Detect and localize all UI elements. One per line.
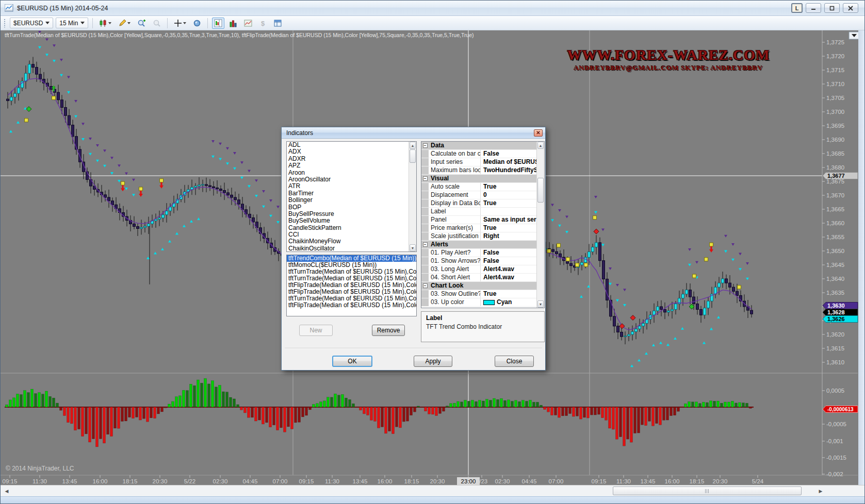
property-section-row[interactable]: −Data <box>421 142 544 150</box>
indicator-list-item[interactable]: BOP <box>287 204 416 211</box>
property-row[interactable]: Scale justificationRight <box>421 232 544 241</box>
property-row[interactable]: Maximum bars look bTwoHundredFiftySix <box>421 166 544 175</box>
indicator-list-item[interactable]: AroonOscillator <box>287 176 416 183</box>
new-button[interactable]: New <box>299 325 333 336</box>
configured-indicators-list[interactable]: tftTrendCombo(Median of $EURUSD (15 Min)… <box>286 255 417 316</box>
indicator-list-item[interactable]: BuySellVolume <box>287 217 416 224</box>
indicator-list-item[interactable]: tftFlipTrade(Median of $EURUSD (15 Min),… <box>287 289 416 295</box>
property-row[interactable]: 01. Play Alert?False <box>421 249 544 257</box>
property-row[interactable]: 03. Show Outline?True <box>421 290 544 298</box>
indicator-list-item[interactable]: tftTurnTrade(Median of $EURUSD (15 Min),… <box>287 268 416 275</box>
scroll-down-icon[interactable]: ▼ <box>537 300 544 308</box>
indicator-list-item[interactable]: Bollinger <box>287 197 416 204</box>
property-row[interactable]: PanelSame as input series <box>421 216 544 224</box>
property-value[interactable]: Right <box>481 232 544 240</box>
indicator-list-item[interactable]: tftTurnTrade(Median of $EURUSD (15 Min),… <box>287 275 416 282</box>
indicator-list-item[interactable]: ADXR <box>287 156 416 162</box>
scroll-thumb[interactable] <box>537 178 544 203</box>
scroll-left-icon[interactable]: ◀ <box>3 487 11 495</box>
property-row[interactable]: 03. Up colorCyan <box>421 298 544 307</box>
magnify-window-button[interactable] <box>191 18 203 29</box>
property-value[interactable] <box>481 208 544 215</box>
indicator-list-item[interactable]: ChaikinOscillator <box>287 245 416 252</box>
close-button[interactable] <box>843 3 858 13</box>
dialog-close-button[interactable]: ✕ <box>534 129 543 137</box>
property-row[interactable]: Calculate on bar closFalse <box>421 150 544 158</box>
zoom-in-button[interactable] <box>135 18 148 29</box>
window-titlebar[interactable]: $EURUSD (15 Min) 2014-05-24 L <box>1 1 864 16</box>
property-value[interactable]: False <box>481 150 544 158</box>
indicator-list-item[interactable]: BarTimer <box>287 190 416 197</box>
indicator-list-item[interactable]: ADX <box>287 148 416 155</box>
property-value[interactable]: Same as input series <box>481 216 544 224</box>
property-row[interactable]: 01. Show Arrows?False <box>421 257 544 265</box>
scroll-down-icon[interactable]: ▼ <box>410 244 416 251</box>
indicator-list-item[interactable]: ATR <box>287 183 416 190</box>
indicator-list-item[interactable]: ChaikinMoneyFlow <box>287 238 416 245</box>
scroll-up-icon[interactable]: ▲ <box>410 142 416 149</box>
scroll-thumb[interactable] <box>613 486 802 495</box>
toolbar-grip[interactable] <box>4 19 6 28</box>
data-grid-button[interactable] <box>272 18 284 29</box>
property-row[interactable]: Input seriesMedian of $EURUSD <box>421 158 544 166</box>
property-section-row[interactable]: −Alerts <box>421 241 544 249</box>
collapse-icon[interactable]: − <box>423 242 428 247</box>
indicator-list-item[interactable]: CCI <box>287 231 416 238</box>
property-value[interactable]: False <box>481 249 544 257</box>
available-indicators-list[interactable]: ADLADXADXRAPZAroonAroonOscillatorATRBarT… <box>286 141 417 252</box>
remove-button[interactable]: Remove <box>372 325 405 336</box>
property-row[interactable]: Price marker(s)True <box>421 224 544 232</box>
interval-selector[interactable]: 15 Min <box>56 18 88 28</box>
collapse-icon[interactable]: − <box>423 283 428 288</box>
dialog-titlebar[interactable]: Indicators ✕ <box>282 127 545 139</box>
collapse-icon[interactable]: − <box>423 143 428 148</box>
close-dialog-button[interactable]: Close <box>495 356 534 367</box>
property-value[interactable]: Alert4.wav <box>481 274 544 281</box>
chart-style-button[interactable] <box>97 18 113 29</box>
instrument-selector[interactable]: $EURUSD <box>10 18 53 28</box>
indicator-list-item[interactable]: BuySellPressure <box>287 211 416 217</box>
grid-scrollbar[interactable]: ▲ ▼ <box>536 142 544 308</box>
instrument-link-button[interactable]: L <box>791 3 803 13</box>
property-row[interactable]: Label <box>421 208 544 216</box>
indicator-list-item[interactable]: CandleStickPattern <box>287 225 416 231</box>
property-section-row[interactable]: −Visual <box>421 175 544 183</box>
scroll-right-icon[interactable]: ▶ <box>817 487 825 495</box>
cursor-crosshair-button[interactable] <box>172 18 188 29</box>
list-scrollbar[interactable]: ▲ ▼ <box>409 142 416 251</box>
currency-button[interactable]: $ <box>257 18 269 29</box>
property-row[interactable]: Display in Data BoxTrue <box>421 199 544 208</box>
ok-button[interactable]: OK <box>332 356 372 367</box>
property-value[interactable]: Median of $EURUSD <box>481 158 544 166</box>
drawing-tools-button[interactable] <box>116 18 133 29</box>
minimize-button[interactable] <box>806 3 821 13</box>
property-value[interactable]: True <box>481 290 544 298</box>
property-value[interactable]: True <box>481 199 544 207</box>
scroll-thumb[interactable] <box>410 149 416 163</box>
line-chart-button[interactable] <box>242 18 254 29</box>
maximize-button[interactable] <box>824 3 840 13</box>
indicator-list-item[interactable]: tftFlipTrade(Median of $EURUSD (15 Min),… <box>287 302 416 309</box>
property-value[interactable]: Alert4.wav <box>481 265 544 273</box>
property-value[interactable]: Cyan <box>481 298 544 306</box>
property-value[interactable]: 0 <box>481 191 544 199</box>
collapse-icon[interactable]: − <box>423 176 428 181</box>
apply-button[interactable]: Apply <box>414 356 452 367</box>
indicator-list-item[interactable]: ADL <box>287 142 416 148</box>
property-value[interactable]: TwoHundredFiftySix <box>481 166 544 174</box>
indicator-properties-grid[interactable]: −DataCalculate on bar closFalseInput ser… <box>421 141 545 308</box>
indicator-list-item[interactable]: APZ <box>287 162 416 169</box>
chart-horizontal-scrollbar[interactable]: ◀ ▶ <box>1 485 865 496</box>
zoom-out-button[interactable] <box>151 18 163 29</box>
bars-panel-button[interactable] <box>227 18 239 29</box>
property-section-row[interactable]: −Chart Look <box>421 282 544 290</box>
scroll-up-icon[interactable]: ▲ <box>537 142 544 149</box>
indicator-list-item[interactable]: tftTurnTrade(Median of $EURUSD (15 Min),… <box>287 295 416 302</box>
property-row[interactable]: 04. Short AlertAlert4.wav <box>421 274 544 282</box>
scale-button[interactable] <box>212 18 224 29</box>
indicator-list-item[interactable]: tftMomoCL($EURUSD (15 Min)) <box>287 262 416 268</box>
indicator-list-item[interactable]: Aroon <box>287 170 416 176</box>
indicator-list-item[interactable]: tftFlipTrade(Median of $EURUSD (15 Min),… <box>287 282 416 289</box>
property-row[interactable]: Displacement0 <box>421 191 544 199</box>
property-row[interactable]: 03. Long AlertAlert4.wav <box>421 265 544 274</box>
